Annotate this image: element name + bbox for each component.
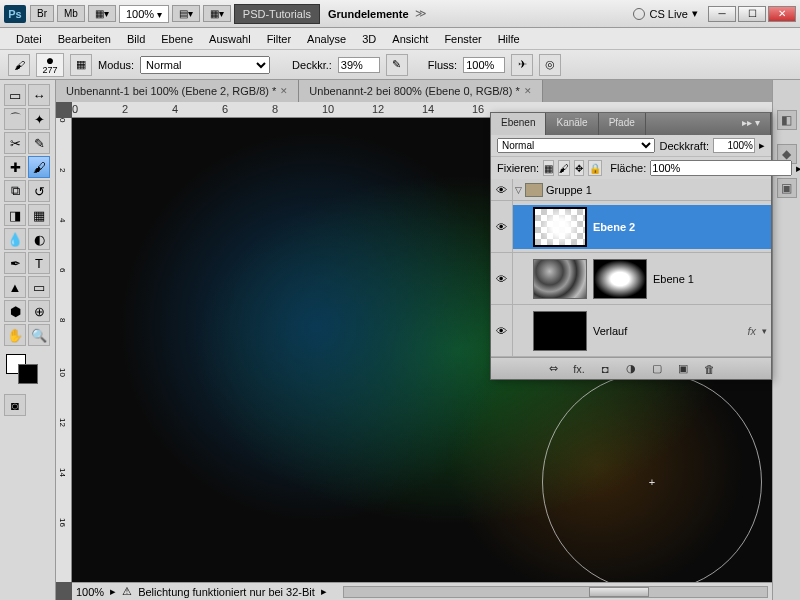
brush-preset-picker[interactable]: ● 277	[36, 53, 64, 77]
disclosure-triangle-icon[interactable]: ▽	[515, 185, 522, 195]
type-tool[interactable]: T	[28, 252, 50, 274]
airbrush-icon[interactable]: ✈	[511, 54, 533, 76]
horizontal-scrollbar[interactable]	[343, 586, 768, 598]
opacity-input[interactable]	[338, 57, 380, 73]
arrange-button[interactable]: ▤▾	[172, 5, 200, 22]
layer-group[interactable]: 👁 ▽Gruppe 1	[491, 179, 771, 201]
menu-datei[interactable]: Datei	[8, 30, 50, 48]
3d-tool[interactable]: ⬢	[4, 300, 26, 322]
minimize-button[interactable]: ─	[708, 6, 736, 22]
lasso-tool[interactable]: ⌒	[4, 108, 26, 130]
shape-tool[interactable]: ▭	[28, 276, 50, 298]
fx-badge[interactable]: fx	[747, 325, 756, 337]
layer-mask-thumbnail[interactable]	[593, 259, 647, 299]
visibility-icon[interactable]: 👁	[491, 305, 513, 356]
layer-fill-input[interactable]	[650, 160, 792, 176]
zoom-dropdown[interactable]: 100% ▾	[119, 5, 169, 23]
layer-name[interactable]: Gruppe 1	[546, 184, 592, 196]
close-icon[interactable]: ✕	[524, 86, 532, 96]
group-icon[interactable]: ▢	[648, 360, 666, 378]
blur-tool[interactable]: 💧	[4, 228, 26, 250]
layer-opacity-input[interactable]	[713, 138, 755, 153]
pen-tool[interactable]: ✒	[4, 252, 26, 274]
document-tab-2[interactable]: Unbenannt-2 bei 800% (Ebene 0, RGB/8) *✕	[299, 80, 542, 102]
gradient-tool[interactable]: ▦	[28, 204, 50, 226]
extras-button[interactable]: ▦▾	[203, 5, 231, 22]
scrollbar-thumb[interactable]	[589, 587, 649, 597]
trash-icon[interactable]: 🗑	[700, 360, 718, 378]
menu-auswahl[interactable]: Auswahl	[201, 30, 259, 48]
dodge-tool[interactable]: ◐	[28, 228, 50, 250]
visibility-icon[interactable]: 👁	[491, 201, 513, 252]
swatches-panel-icon[interactable]: ◧	[777, 110, 797, 130]
layer-thumbnail[interactable]	[533, 207, 587, 247]
mask-icon[interactable]: ◘	[596, 360, 614, 378]
brush-panel-toggle[interactable]: ▦	[70, 54, 92, 76]
layer-thumbnail[interactable]	[533, 311, 587, 351]
fx-menu-icon[interactable]: fx.	[570, 360, 588, 378]
marquee-tool[interactable]: ▭	[4, 84, 26, 106]
lock-pixels-icon[interactable]: 🖌	[558, 160, 570, 176]
chevron-icon[interactable]: ▸	[321, 585, 327, 598]
chevron-down-icon[interactable]: ▾	[762, 326, 767, 336]
layer-name[interactable]: Verlauf	[593, 325, 627, 337]
menu-bearbeiten[interactable]: Bearbeiten	[50, 30, 119, 48]
bridge-button[interactable]: Br	[30, 5, 54, 22]
crop-tool[interactable]: ✂	[4, 132, 26, 154]
brush-tool-icon[interactable]: 🖌	[8, 54, 30, 76]
background-swatch[interactable]	[18, 364, 38, 384]
workspace-name[interactable]: Grundelemente	[328, 8, 409, 20]
document-tab-1[interactable]: Unbenannt-1 bei 100% (Ebene 2, RGB/8) *✕	[56, 80, 299, 102]
3d-camera-tool[interactable]: ⊕	[28, 300, 50, 322]
lock-position-icon[interactable]: ✥	[574, 160, 584, 176]
link-layers-icon[interactable]: ⇔	[544, 360, 562, 378]
path-select-tool[interactable]: ▲	[4, 276, 26, 298]
lock-all-icon[interactable]: 🔒	[588, 160, 602, 176]
tab-kanale[interactable]: Kanäle	[546, 113, 598, 135]
menu-bild[interactable]: Bild	[119, 30, 153, 48]
menu-fenster[interactable]: Fenster	[436, 30, 489, 48]
blend-mode-select[interactable]: Normal	[140, 56, 270, 74]
chevron-right-icon[interactable]: ≫	[415, 7, 427, 20]
eraser-tool[interactable]: ◨	[4, 204, 26, 226]
menu-3d[interactable]: 3D	[354, 30, 384, 48]
layer-thumbnail[interactable]	[533, 259, 587, 299]
color-swatches[interactable]	[4, 354, 51, 390]
eyedropper-tool[interactable]: ✎	[28, 132, 50, 154]
brush-tool[interactable]: 🖌	[28, 156, 50, 178]
history-brush-tool[interactable]: ↺	[28, 180, 50, 202]
psd-tutorials-workspace[interactable]: PSD-Tutorials	[234, 4, 320, 24]
layer-ebene2[interactable]: 👁 Ebene 2	[491, 201, 771, 253]
tab-pfade[interactable]: Pfade	[599, 113, 646, 135]
screen-mode-button[interactable]: ▦▾	[88, 5, 116, 22]
layer-name[interactable]: Ebene 1	[653, 273, 694, 285]
menu-analyse[interactable]: Analyse	[299, 30, 354, 48]
tablet-pressure-icon[interactable]: ◎	[539, 54, 561, 76]
panel-menu-icon[interactable]: ▸▸ ▾	[732, 113, 771, 135]
zoom-readout[interactable]: 100%	[76, 586, 104, 598]
layer-name[interactable]: Ebene 2	[593, 221, 635, 233]
adjustment-icon[interactable]: ◑	[622, 360, 640, 378]
lock-transparency-icon[interactable]: ▦	[543, 160, 554, 176]
chevron-icon[interactable]: ▸	[759, 139, 765, 152]
layers-panel[interactable]: Ebenen Kanäle Pfade ▸▸ ▾ Normal Deckkraf…	[490, 112, 772, 380]
layer-verlauf[interactable]: 👁 Verlauffx▾	[491, 305, 771, 357]
visibility-icon[interactable]: 👁	[491, 253, 513, 304]
tab-ebenen[interactable]: Ebenen	[491, 113, 546, 135]
opacity-pressure-icon[interactable]: ✎	[386, 54, 408, 76]
minibridge-button[interactable]: Mb	[57, 5, 85, 22]
move-tool[interactable]: ↔	[28, 84, 50, 106]
layer-blend-mode[interactable]: Normal	[497, 138, 655, 153]
stamp-tool[interactable]: ⧉	[4, 180, 26, 202]
adjustments-panel-icon[interactable]: ▣	[777, 178, 797, 198]
maximize-button[interactable]: ☐	[738, 6, 766, 22]
menu-ansicht[interactable]: Ansicht	[384, 30, 436, 48]
ruler-vertical[interactable]: 0246810121416	[56, 118, 72, 582]
new-layer-icon[interactable]: ▣	[674, 360, 692, 378]
menu-filter[interactable]: Filter	[259, 30, 299, 48]
hand-tool[interactable]: ✋	[4, 324, 26, 346]
menu-ebene[interactable]: Ebene	[153, 30, 201, 48]
healing-tool[interactable]: ✚	[4, 156, 26, 178]
zoom-tool[interactable]: 🔍	[28, 324, 50, 346]
menu-hilfe[interactable]: Hilfe	[490, 30, 528, 48]
